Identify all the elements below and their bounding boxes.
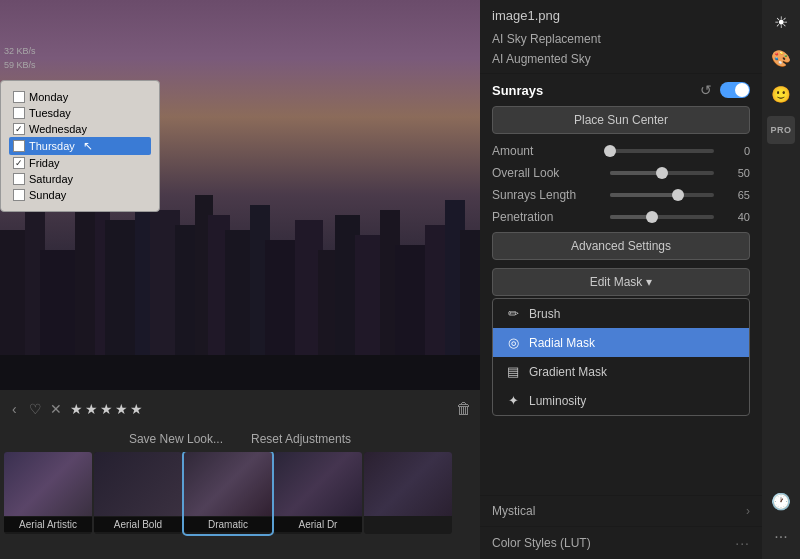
stars-row: ★ ★ ★ ★ ★ <box>70 401 143 417</box>
thumb-extra[interactable] <box>364 452 452 534</box>
sun-icon-rail[interactable]: ☀ <box>767 8 795 36</box>
penetration-thumb[interactable] <box>646 211 658 223</box>
mystical-label: Mystical <box>492 504 535 518</box>
brush-option[interactable]: ✏ Brush <box>493 299 749 328</box>
dialog-row-sunday[interactable]: Sunday <box>9 187 151 203</box>
checkbox-sunday[interactable] <box>13 189 25 201</box>
checkbox-monday[interactable] <box>13 91 25 103</box>
overall-look-label: Overall Look <box>492 166 602 180</box>
checkbox-friday[interactable]: ✓ <box>13 157 25 169</box>
gradient-mask-option[interactable]: ▤ Gradient Mask <box>493 357 749 386</box>
dialog-row-thursday[interactable]: Thursday ↖ <box>9 137 151 155</box>
save-reset-row: Save New Look... Reset Adjustments <box>0 428 480 452</box>
penetration-slider-row: Penetration 40 <box>492 210 750 224</box>
amount-label: Amount <box>492 144 602 158</box>
color-styles-section[interactable]: Color Styles (LUT) ··· <box>480 526 762 559</box>
label-thursday: Thursday <box>29 140 75 152</box>
day-selector-dialog[interactable]: Monday Tuesday ✓ Wednesday Thursday ↖ ✓ <box>0 80 160 212</box>
label-monday: Monday <box>29 91 68 103</box>
palette-icon-rail[interactable]: 🎨 <box>767 44 795 72</box>
reset-adjustments-button[interactable]: Reset Adjustments <box>245 430 357 448</box>
thumb-bg-5 <box>364 452 452 516</box>
advanced-settings-button[interactable]: Advanced Settings <box>492 232 750 260</box>
star-1[interactable]: ★ <box>70 401 83 417</box>
heart-icon[interactable]: ♡ <box>29 401 42 417</box>
thumb-label-4: Aerial Dr <box>274 517 362 532</box>
overall-look-track[interactable] <box>610 171 714 175</box>
amount-thumb[interactable] <box>604 145 616 157</box>
prev-arrow[interactable]: ‹ <box>8 399 21 419</box>
thumb-label-2: Aerial Bold <box>94 517 182 532</box>
star-5[interactable]: ★ <box>130 401 143 417</box>
label-saturday: Saturday <box>29 173 73 185</box>
sunrays-reset-button[interactable]: ↺ <box>698 82 714 98</box>
radial-mask-label: Radial Mask <box>529 336 595 350</box>
radial-mask-icon: ◎ <box>505 335 521 350</box>
kb-info: 32 KB/s 59 KB/s <box>0 42 40 75</box>
luminosity-icon: ✦ <box>505 393 521 408</box>
sunrays-length-label: Sunrays Length <box>492 188 602 202</box>
panel-header: image1.png AI Sky Replacement AI Augment… <box>480 0 762 74</box>
dialog-row-friday[interactable]: ✓ Friday <box>9 155 151 171</box>
luminosity-option[interactable]: ✦ Luminosity <box>493 386 749 415</box>
icon-rail: ☀ 🎨 🙂 PRO 🕐 ··· <box>762 0 800 559</box>
pro-badge-rail[interactable]: PRO <box>767 116 795 144</box>
checkbox-saturday[interactable] <box>13 173 25 185</box>
overall-look-value: 50 <box>722 167 750 179</box>
star-2[interactable]: ★ <box>85 401 98 417</box>
thumb-label-1: Aerial Artistic <box>4 517 92 532</box>
radial-mask-option[interactable]: ◎ Radial Mask <box>493 328 749 357</box>
penetration-track[interactable] <box>610 215 714 219</box>
color-styles-dots-icon: ··· <box>735 535 750 551</box>
trash-icon[interactable]: 🗑 <box>456 400 472 418</box>
brush-icon: ✏ <box>505 306 521 321</box>
thumb-dramatic[interactable]: Dramatic <box>184 452 272 534</box>
kb-line1: 32 KB/s <box>4 44 36 58</box>
save-new-look-button[interactable]: Save New Look... <box>123 430 229 448</box>
main-image: 32 KB/s 59 KB/s are active Monday Tuesda… <box>0 0 480 390</box>
sunrays-section: Sunrays ↺ Place Sun Center Amount 0 <box>480 74 762 495</box>
reject-icon[interactable]: ✕ <box>50 401 62 417</box>
thumbnail-strip: Aerial Artistic Aerial Bold Dramatic Aer… <box>0 452 480 542</box>
chevron-down-icon: ▾ <box>646 275 652 289</box>
overall-look-thumb[interactable] <box>656 167 668 179</box>
star-3[interactable]: ★ <box>100 401 113 417</box>
left-controls: ‹ ♡ ✕ ★ ★ ★ ★ ★ <box>8 399 143 419</box>
mystical-section[interactable]: Mystical › <box>480 495 762 526</box>
dots-icon-rail[interactable]: ··· <box>767 523 795 551</box>
checkbox-thursday[interactable] <box>13 140 25 152</box>
label-sunday: Sunday <box>29 189 66 201</box>
checkbox-tuesday[interactable] <box>13 107 25 119</box>
dialog-row-wednesday[interactable]: ✓ Wednesday <box>9 121 151 137</box>
dialog-row-saturday[interactable]: Saturday <box>9 171 151 187</box>
sunrays-header: Sunrays ↺ <box>492 82 750 98</box>
ai-sky-replacement-link[interactable]: AI Sky Replacement <box>492 29 750 49</box>
checkbox-wednesday[interactable]: ✓ <box>13 123 25 135</box>
amount-track[interactable] <box>610 149 714 153</box>
penetration-label: Penetration <box>492 210 602 224</box>
overall-look-slider-row: Overall Look 50 <box>492 166 750 180</box>
edit-mask-button[interactable]: Edit Mask ▾ <box>492 268 750 296</box>
thumb-aerial-artistic[interactable]: Aerial Artistic <box>4 452 92 534</box>
sunrays-length-slider-row: Sunrays Length 65 <box>492 188 750 202</box>
overall-look-fill <box>610 171 662 175</box>
edit-mask-dropdown: ✏ Brush ◎ Radial Mask ▤ Gradient Mask ✦ … <box>492 298 750 416</box>
star-4[interactable]: ★ <box>115 401 128 417</box>
svg-rect-23 <box>0 355 480 390</box>
sunrays-length-value: 65 <box>722 189 750 201</box>
thumb-aerial-dr[interactable]: Aerial Dr <box>274 452 362 534</box>
dialog-row-tuesday[interactable]: Tuesday <box>9 105 151 121</box>
gradient-mask-icon: ▤ <box>505 364 521 379</box>
thumb-aerial-bold[interactable]: Aerial Bold <box>94 452 182 534</box>
label-tuesday: Tuesday <box>29 107 71 119</box>
sunrays-toggle[interactable] <box>720 82 750 98</box>
right-content-panel: image1.png AI Sky Replacement AI Augment… <box>480 0 762 559</box>
image-name: image1.png <box>492 8 750 29</box>
place-sun-button[interactable]: Place Sun Center <box>492 106 750 134</box>
face-icon-rail[interactable]: 🙂 <box>767 80 795 108</box>
sunrays-length-thumb[interactable] <box>672 189 684 201</box>
dialog-row-monday[interactable]: Monday <box>9 89 151 105</box>
ai-augmented-sky-link[interactable]: AI Augmented Sky <box>492 49 750 69</box>
clock-icon-rail[interactable]: 🕐 <box>767 487 795 515</box>
sunrays-length-track[interactable] <box>610 193 714 197</box>
